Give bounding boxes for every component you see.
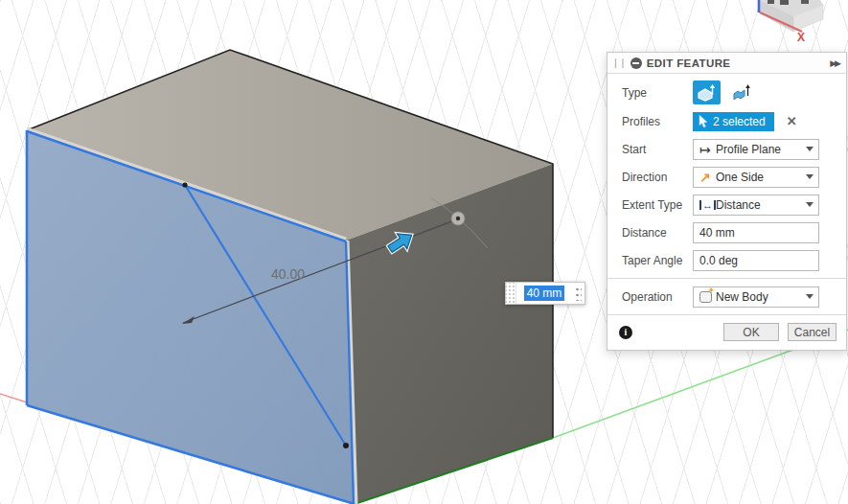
- extrude-solid-type-button[interactable]: [693, 80, 721, 104]
- dialog-header[interactable]: ❘❘ EDIT FEATURE ▶▶: [607, 53, 846, 74]
- new-body-icon: [699, 291, 712, 303]
- inline-dimension-widget[interactable]: 40 mm: [505, 282, 585, 305]
- one-side-icon: ↗: [699, 171, 716, 184]
- extent-type-value: Distance: [716, 198, 806, 212]
- dialog-footer: i OK Cancel: [607, 314, 846, 350]
- distance-extent-icon: ↔: [699, 200, 716, 210]
- extent-type-dropdown[interactable]: ↔ Distance: [693, 195, 819, 216]
- chevron-down-icon: [806, 174, 814, 179]
- operation-label: Operation: [622, 290, 693, 304]
- profiles-selection-button[interactable]: 2 selected: [693, 112, 774, 131]
- type-label: Type: [622, 86, 693, 100]
- extrude-thin-icon: [732, 83, 752, 102]
- direction-dropdown[interactable]: ↗ One Side: [693, 167, 819, 188]
- inline-dimension-input[interactable]: 40 mm: [516, 283, 572, 304]
- viewcube[interactable]: X: [759, 0, 823, 44]
- viewcube-x-label: X: [797, 31, 805, 44]
- sketch-vertex-right[interactable]: [343, 443, 349, 448]
- distance-input[interactable]: [693, 222, 819, 243]
- row-type: Type: [607, 78, 846, 107]
- extrude-thin-type-button[interactable]: [728, 80, 756, 104]
- chevron-down-icon: [806, 202, 814, 207]
- extent-type-label: Extent Type: [622, 198, 693, 212]
- start-label: Start: [622, 143, 693, 156]
- modeling-viewport[interactable]: 40.00 X 40 mm: [0, 0, 848, 504]
- profile-plane-icon: ↦: [699, 143, 716, 156]
- row-distance: Distance: [607, 218, 846, 246]
- info-icon[interactable]: i: [619, 326, 632, 339]
- cursor-icon: [699, 115, 708, 128]
- chevron-down-icon: [806, 147, 814, 151]
- profiles-label: Profiles: [622, 115, 693, 128]
- row-extent-type: Extent Type ↔ Distance: [607, 191, 846, 218]
- direction-value: One Side: [716, 171, 806, 184]
- edit-feature-dialog: ❘❘ EDIT FEATURE ▶▶ Type: [607, 52, 847, 351]
- start-dropdown[interactable]: ↦ Profile Plane: [693, 139, 819, 160]
- dialog-title: EDIT FEATURE: [647, 57, 825, 69]
- taper-angle-label: Taper Angle: [622, 254, 693, 267]
- operation-value: New Body: [716, 290, 806, 304]
- row-operation: Operation New Body: [607, 283, 846, 310]
- dialog-grip-icon[interactable]: ❘❘: [611, 57, 626, 68]
- extrude-solid-icon: [697, 83, 717, 102]
- popout-icon[interactable]: ▶▶: [830, 58, 839, 68]
- row-taper-angle: Taper Angle: [607, 246, 846, 274]
- sketch-vertex-top[interactable]: [182, 182, 187, 187]
- chevron-down-icon: [806, 294, 814, 299]
- clear-selection-icon[interactable]: ✕: [787, 115, 797, 127]
- profiles-count: 2 selected: [713, 115, 766, 128]
- collapse-icon[interactable]: [630, 57, 642, 69]
- x-axis-line: [0, 394, 27, 402]
- cancel-button[interactable]: Cancel: [788, 323, 837, 341]
- ok-button[interactable]: OK: [723, 323, 779, 341]
- operation-dropdown[interactable]: New Body: [693, 286, 819, 308]
- dimension-value-label[interactable]: 40.00: [271, 266, 305, 282]
- row-profiles: Profiles 2 selected ✕: [607, 107, 846, 135]
- row-start: Start ↦ Profile Plane: [607, 135, 846, 163]
- distance-label: Distance: [622, 226, 693, 240]
- row-direction: Direction ↗ One Side: [607, 163, 846, 191]
- inline-dimension-value[interactable]: 40 mm: [524, 286, 565, 301]
- widget-drag-grip[interactable]: [506, 283, 516, 304]
- section-divider: [607, 278, 846, 279]
- manipulator-origin-dot: [456, 217, 460, 220]
- widget-options-handle[interactable]: [572, 283, 584, 304]
- direction-label: Direction: [622, 171, 693, 184]
- start-value: Profile Plane: [716, 143, 806, 156]
- taper-angle-input[interactable]: [693, 250, 819, 271]
